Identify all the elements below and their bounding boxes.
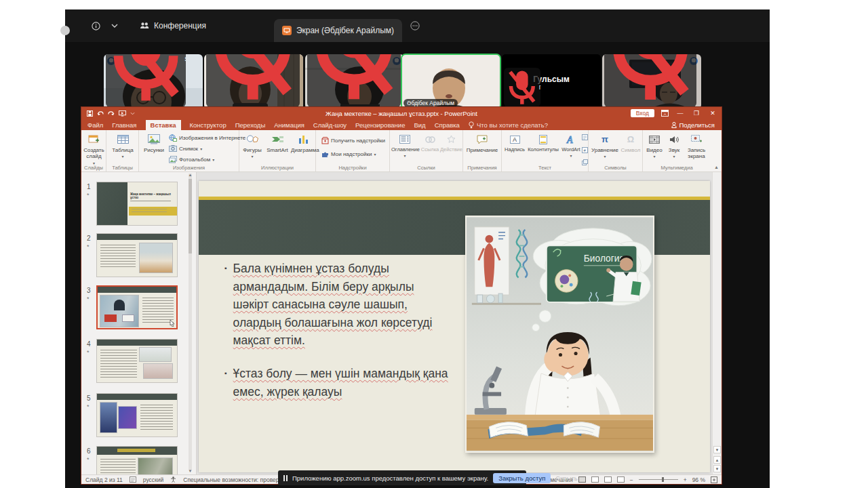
header-footer-icon [526, 132, 560, 146]
slide-photo[interactable]: Биология [465, 216, 654, 453]
slideshow-view-button[interactable] [617, 476, 625, 483]
chart-button[interactable]: Диаграмма [291, 132, 315, 153]
muted-mic-icon [311, 54, 397, 106]
current-slide[interactable]: ▪ Бала күнімнен ұстаз болуды армандадым.… [199, 181, 710, 472]
slide-area-scrollbar[interactable]: ▼ ▲ ▼ [712, 172, 721, 474]
scroll-up-icon[interactable]: ▲ [188, 173, 193, 177]
screenshot-button[interactable]: Снимок▾ [169, 144, 202, 153]
reading-view-button[interactable] [604, 476, 612, 483]
animation-star: * [87, 296, 90, 302]
get-addins-button[interactable]: Получить надстройки [321, 136, 385, 145]
tab-view[interactable]: Вид [414, 121, 425, 129]
scroll-down-button[interactable]: ▼ [713, 446, 721, 453]
participant-tile-iskakova[interactable]: Искакова А.А. СШЛИ ДАРЫН [602, 54, 701, 109]
slide-thumbnail-1[interactable]: Жаңа мектепке – жаңашыл ұстаз [96, 182, 178, 226]
chevron-down-icon[interactable] [110, 21, 119, 30]
slide-thumbnails-panel: 1 * Жаңа мектепке – жаңашыл ұстаз 2 * 3 … [81, 172, 197, 474]
participant-name: Гульсым [539, 84, 540, 91]
restore-button[interactable]: ❐ [692, 110, 701, 117]
hide-banner-button[interactable]: Скрыть [555, 474, 577, 482]
participant-tile-surtubaeva[interactable]: Surtubaeva D. Karaganda [104, 54, 203, 109]
zoom-share-banner: Приложению app.zoom.us предоставлен дост… [278, 470, 526, 485]
screen-recording-button[interactable]: Запись экрана [684, 132, 709, 160]
tab-design[interactable]: Конструктор [190, 121, 226, 129]
slide-thumbnail-6[interactable] [96, 446, 178, 474]
slide-text-block[interactable]: ▪ Бала күнімнен ұстаз болуды армандадым.… [224, 260, 448, 415]
equation-button[interactable]: π Уравнение▾ [590, 132, 620, 160]
tab-help[interactable]: Справка [435, 121, 460, 129]
tell-me-box[interactable]: Что вы хотите сделать? [469, 121, 548, 129]
tab-transitions[interactable]: Переходы [235, 121, 266, 129]
date-time-icon[interactable] [582, 132, 588, 142]
slide-thumbnail-4[interactable] [96, 339, 178, 383]
table-button[interactable]: Таблица▾ [111, 132, 135, 160]
previous-slide-button[interactable]: ▲ [713, 456, 721, 464]
zoom-slider[interactable] [639, 479, 678, 480]
fit-to-window-icon[interactable] [711, 476, 717, 483]
slide-number-icon[interactable]: # [582, 145, 588, 155]
close-button[interactable]: ✕ [708, 110, 717, 117]
new-slide-button[interactable]: Создать слайд▾ [82, 132, 106, 166]
share-button[interactable]: Поделиться [671, 121, 722, 129]
pictures-button[interactable]: Рисунки [142, 132, 165, 153]
redo-icon[interactable] [108, 110, 115, 117]
comment-button[interactable]: Примечание [466, 132, 498, 153]
audio-button[interactable]: Звук▾ [665, 132, 684, 160]
tab-review[interactable]: Рецензирование [355, 121, 405, 129]
pictures-icon [142, 132, 165, 146]
muted-mic-icon [507, 68, 537, 106]
qat-customize-icon[interactable] [130, 112, 135, 115]
undo-icon[interactable] [97, 110, 104, 117]
collapse-ribbon-icon[interactable]: ▲ [714, 165, 719, 169]
textbox-button[interactable]: A Надпись [503, 132, 526, 153]
more-options-icon[interactable] [410, 21, 420, 30]
slide-thumbnail-3-selected[interactable] [96, 285, 178, 329]
bullet-marker: ▪ [224, 369, 227, 401]
online-pictures-button[interactable]: Изображения в Интернете [169, 133, 245, 142]
tab-insert[interactable]: Вставка [146, 120, 181, 130]
stop-share-button[interactable]: Закрыть доступ [493, 473, 551, 483]
zoom-in-button[interactable]: + [684, 476, 687, 483]
participant-tile-kazangapova[interactable]: Казангапова Меруерт Өнерг... [204, 54, 303, 109]
header-footer-button[interactable]: Колонтитулы [526, 132, 560, 153]
tab-screen-share[interactable]: Экран (Әбдібек Арайлым) [274, 19, 402, 42]
people-icon [140, 21, 149, 30]
slide-thumbnail-2[interactable] [96, 233, 178, 277]
tab-animations[interactable]: Анимация [274, 121, 304, 129]
tab-home[interactable]: Главная [112, 121, 136, 129]
tab-conference[interactable]: Конференция [132, 14, 214, 37]
pause-share-icon[interactable] [283, 475, 288, 481]
photo-album-button[interactable]: Фотоальбом▾ [169, 155, 214, 164]
slide-sorter-view-button[interactable] [591, 476, 599, 483]
shapes-button[interactable]: Фигуры▾ [241, 132, 263, 160]
video-button[interactable]: Видео▾ [644, 132, 665, 160]
scroll-down-icon[interactable]: ▼ [188, 469, 193, 473]
language-indicator[interactable]: русский [143, 476, 164, 483]
wordart-button[interactable]: A WordArt▾ [560, 132, 582, 159]
slide-thumbnail-5[interactable] [96, 393, 178, 437]
participant-tile-abdibek[interactable]: Әбдібек Арайлым [401, 54, 500, 109]
start-slideshow-icon[interactable] [119, 110, 126, 117]
toc-button[interactable]: Оглавление▾ [391, 132, 418, 159]
ribbon-display-options-icon[interactable] [661, 110, 669, 117]
zoom-level[interactable]: 96 % [692, 476, 705, 483]
my-addins-button[interactable]: Мои надстройки▾ [321, 149, 376, 159]
sign-in-button[interactable]: Вход [631, 109, 654, 117]
zoom-out-button[interactable]: − [630, 476, 633, 483]
info-icon[interactable] [91, 21, 100, 30]
store-icon [321, 137, 329, 144]
notes-icon[interactable] [130, 476, 136, 483]
toc-icon [391, 132, 418, 146]
smartart-button[interactable]: SmartArt [264, 132, 291, 153]
thumbnails-scrollbar[interactable] [189, 174, 192, 470]
thumb-number: 2 [87, 235, 91, 242]
participant-tile-gulsym[interactable]: Гульсым Гульсым [502, 54, 601, 109]
tab-file[interactable]: Файл [87, 121, 103, 129]
tab-slideshow[interactable]: Слайд-шоу [313, 121, 347, 129]
minimize-button[interactable]: — [675, 110, 685, 117]
next-slide-button[interactable]: ▼ [713, 465, 721, 472]
save-icon[interactable] [87, 110, 93, 117]
participant-tile-umc[interactable]: УМЦ РО Караганда Куляш Шұб.. [305, 54, 404, 109]
table-icon [111, 132, 135, 146]
normal-view-button[interactable] [578, 476, 586, 483]
